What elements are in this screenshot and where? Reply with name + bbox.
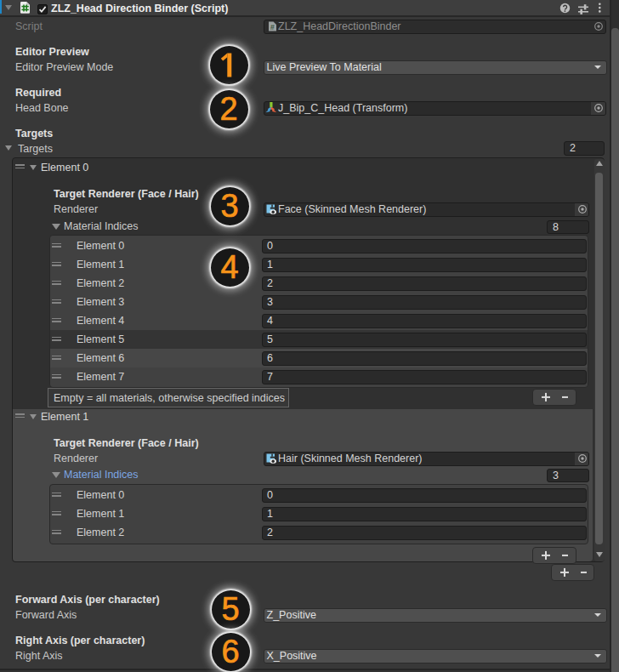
svg-text:#: #: [270, 23, 275, 31]
